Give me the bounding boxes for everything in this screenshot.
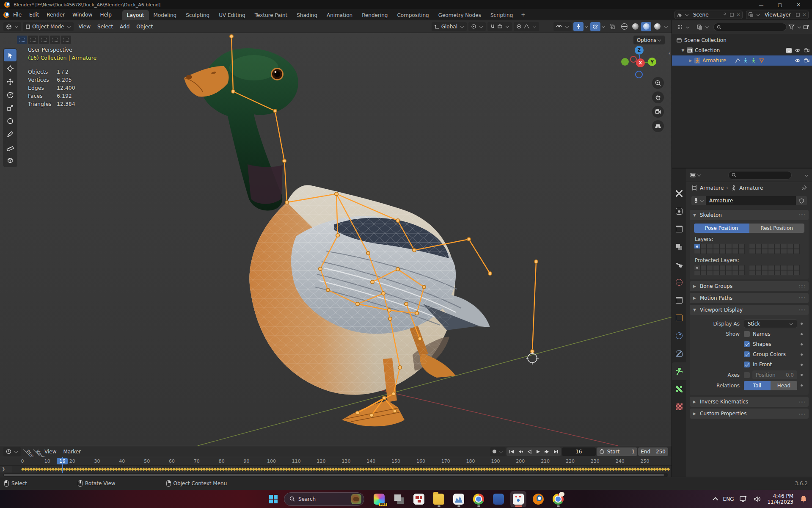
layer-cell[interactable] xyxy=(707,270,713,275)
layer-cell[interactable] xyxy=(713,270,719,275)
layer-cell[interactable] xyxy=(719,244,726,249)
properties-tab[interactable] xyxy=(672,291,686,309)
stopwatch-icon[interactable] xyxy=(599,449,605,454)
new-scene-icon[interactable] xyxy=(729,12,735,17)
layer-cell[interactable] xyxy=(793,244,800,249)
menu-item[interactable]: File xyxy=(9,10,25,19)
playhead[interactable] xyxy=(62,457,63,473)
workspace-tab[interactable]: Sculpting xyxy=(181,10,214,20)
layer-cell[interactable] xyxy=(755,270,762,275)
solid-shading-button[interactable] xyxy=(630,22,640,31)
zoom-button[interactable] xyxy=(652,77,664,89)
hide-eye-icon[interactable] xyxy=(795,47,801,53)
menu-item[interactable]: Render xyxy=(43,10,69,19)
workspace-tab[interactable]: Modeling xyxy=(149,10,182,20)
snap-target-icon[interactable] xyxy=(497,24,503,29)
layer-cell[interactable] xyxy=(793,265,800,270)
taskbar-app-icon[interactable]: PRE xyxy=(371,491,387,507)
layer-cell[interactable] xyxy=(781,265,787,270)
ortho-grid-button[interactable] xyxy=(652,120,664,132)
taskbar-app-icon[interactable] xyxy=(530,491,546,507)
checkbox[interactable] xyxy=(744,331,750,337)
select-set-button[interactable] xyxy=(17,36,27,44)
chevron-down-icon[interactable] xyxy=(602,24,605,28)
layer-cell[interactable] xyxy=(787,249,793,254)
select-intersect-button[interactable] xyxy=(61,36,71,44)
timeline-menu-item[interactable]: Playback xyxy=(23,447,30,455)
properties-tab[interactable] xyxy=(672,220,686,238)
outliner-row-collection[interactable]: ▼ Collection xyxy=(672,45,812,55)
menu-item[interactable]: Help xyxy=(96,10,115,19)
viewport-menu-item[interactable]: Object xyxy=(133,22,156,31)
new-collection-icon[interactable] xyxy=(803,24,809,30)
layer-cell[interactable] xyxy=(707,249,713,254)
checkbox[interactable] xyxy=(744,362,750,367)
workspace-tab[interactable]: UV Editing xyxy=(214,10,250,20)
protected-grid-left[interactable] xyxy=(694,265,746,275)
clock[interactable]: 4:46 PM 11/4/2023 xyxy=(767,493,793,505)
animate-property-dot[interactable] xyxy=(801,343,803,345)
axes-position-field[interactable]: Position 0.0 xyxy=(752,370,797,379)
pin-icon[interactable] xyxy=(801,185,807,191)
workspace-tab[interactable]: Compositing xyxy=(392,10,433,20)
layer-cell[interactable] xyxy=(694,270,700,275)
layer-cell[interactable] xyxy=(738,249,745,254)
inverse-kinematics-panel-header[interactable]: ▶ Inverse Kinematics ∷∷ xyxy=(690,397,809,407)
menu-item[interactable]: Edit xyxy=(25,10,43,19)
material-preview-button[interactable] xyxy=(641,22,651,31)
checkbox[interactable] xyxy=(744,341,750,347)
layer-cell[interactable] xyxy=(713,249,719,254)
properties-search-input[interactable] xyxy=(728,171,792,179)
transform-orientation-dropdown[interactable]: Global xyxy=(432,22,467,31)
measure-tool[interactable] xyxy=(4,141,17,153)
axes-checkbox[interactable] xyxy=(744,372,750,378)
chevron-down-icon[interactable] xyxy=(805,173,808,176)
wireframe-shading-button[interactable] xyxy=(619,22,629,31)
animate-property-dot[interactable] xyxy=(801,384,803,387)
select-invert-button[interactable] xyxy=(50,36,60,44)
layer-cell[interactable] xyxy=(762,265,768,270)
layer-cell[interactable] xyxy=(749,265,755,270)
outliner-search-input[interactable] xyxy=(713,23,787,31)
properties-tab[interactable] xyxy=(672,327,686,345)
outliner-row-scene-collection[interactable]: Scene Collection xyxy=(672,35,812,45)
layer-cell[interactable] xyxy=(726,265,732,270)
animate-property-dot[interactable] xyxy=(801,333,803,335)
layer-cell[interactable] xyxy=(738,265,745,270)
layer-cell[interactable] xyxy=(749,270,755,275)
notification-bell-icon[interactable] xyxy=(799,495,808,503)
outliner-item-label[interactable]: Armature xyxy=(702,58,726,64)
layer-cell[interactable] xyxy=(707,265,713,270)
layer-cell[interactable] xyxy=(774,265,781,270)
gizmo-z-axis[interactable]: Z xyxy=(635,46,644,55)
properties-editor-type-button[interactable] xyxy=(690,172,701,178)
properties-tab[interactable] xyxy=(672,185,686,202)
show-overlays-button[interactable] xyxy=(590,22,600,31)
layer-cell[interactable] xyxy=(694,244,700,249)
checkbox[interactable] xyxy=(744,351,750,357)
workspace-tab[interactable]: Shading xyxy=(292,10,322,20)
snap-magnet-icon[interactable] xyxy=(490,24,495,29)
add-workspace-button[interactable]: + xyxy=(517,10,528,19)
layer-cell[interactable] xyxy=(781,249,787,254)
datablock-name-input[interactable]: Armature xyxy=(706,196,796,205)
layer-cell[interactable] xyxy=(774,270,781,275)
layer-cell[interactable] xyxy=(762,249,768,254)
breadcrumb-object[interactable]: Armature xyxy=(700,185,724,191)
layer-cell[interactable] xyxy=(768,244,774,249)
layer-cell[interactable] xyxy=(700,270,707,275)
pose-position-button[interactable]: Pose Position xyxy=(694,224,749,233)
jump-to-start-button[interactable] xyxy=(507,448,516,456)
keyframe-channel[interactable]: ◆◆◆◆◆◆◆◆◆◆◆◆◆◆◆◆◆◆◆◆◆◆◆◆◆◆◆◆◆◆◆◆◆◆◆◆◆◆◆◆… xyxy=(0,466,672,472)
scene-name[interactable]: Scene xyxy=(691,12,720,18)
skeleton-panel-header[interactable]: ▼ Skeleton ∷∷ xyxy=(690,210,809,220)
taskbar-app-icon[interactable] xyxy=(431,491,447,507)
pin-icon[interactable] xyxy=(722,12,727,17)
layer-cell[interactable] xyxy=(755,244,762,249)
editor-type-button[interactable] xyxy=(3,22,21,31)
layer-cell[interactable] xyxy=(755,265,762,270)
play-button[interactable] xyxy=(534,448,542,456)
panel-grip-icon[interactable]: ∷∷ xyxy=(799,284,805,289)
layer-cell[interactable] xyxy=(694,249,700,254)
disclosure-triangle-icon[interactable]: ▶ xyxy=(689,58,692,63)
